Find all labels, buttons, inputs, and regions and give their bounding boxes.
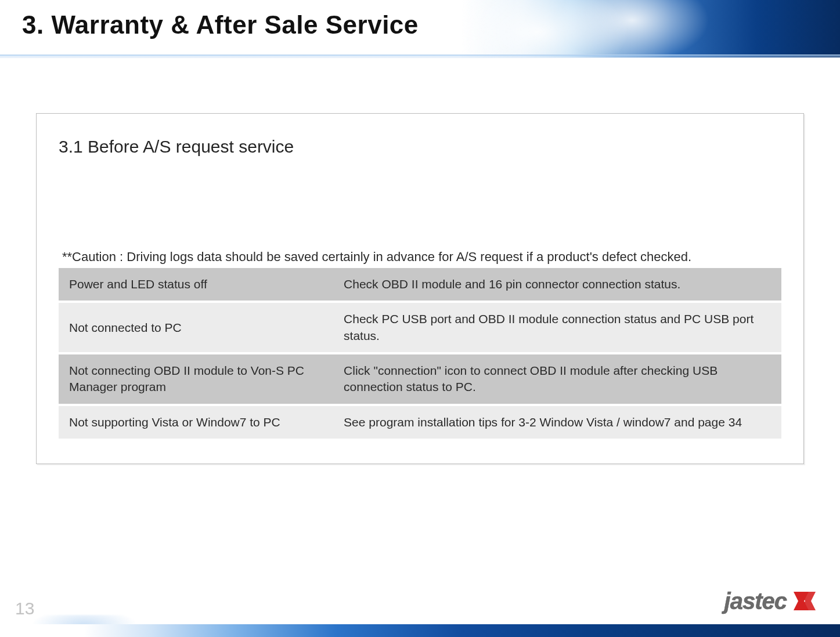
content-box: 3.1 Before A/S request service **Caution… (36, 113, 804, 464)
table-row: Power and LED status offCheck OBD II mod… (59, 268, 781, 302)
issue-cell: Not connected to PC (59, 302, 333, 353)
action-cell: Click "connection" icon to connect OBD I… (333, 353, 781, 405)
table-row: Not connected to PCCheck PC USB port and… (59, 302, 781, 353)
section-heading: 3.1 Before A/S request service (59, 137, 781, 157)
table-row: Not connecting OBD II module to Von-S PC… (59, 353, 781, 405)
footer-bar (0, 624, 840, 637)
banner-underline (0, 55, 840, 58)
brand-mark-icon (790, 587, 818, 615)
action-cell: Check OBD II module and 16 pin connector… (333, 268, 781, 302)
action-cell: Check PC USB port and OBD II module conn… (333, 302, 781, 353)
caution-note: **Caution : Driving logs data should be … (62, 249, 781, 265)
issue-cell: Not supporting Vista or Window7 to PC (59, 405, 333, 440)
troubleshooting-table: Power and LED status offCheck OBD II mod… (59, 268, 781, 441)
banner-clouds (462, 0, 840, 58)
table-row: Not supporting Vista or Window7 to PCSee… (59, 405, 781, 440)
brand-logo: jastec (724, 587, 818, 615)
action-cell: See program installation tips for 3-2 Wi… (333, 405, 781, 440)
issue-cell: Not connecting OBD II module to Von-S PC… (59, 353, 333, 405)
page-title: 3. Warranty & After Sale Service (22, 10, 419, 39)
brand-logo-text: jastec (724, 588, 787, 614)
issue-cell: Power and LED status off (59, 268, 333, 302)
